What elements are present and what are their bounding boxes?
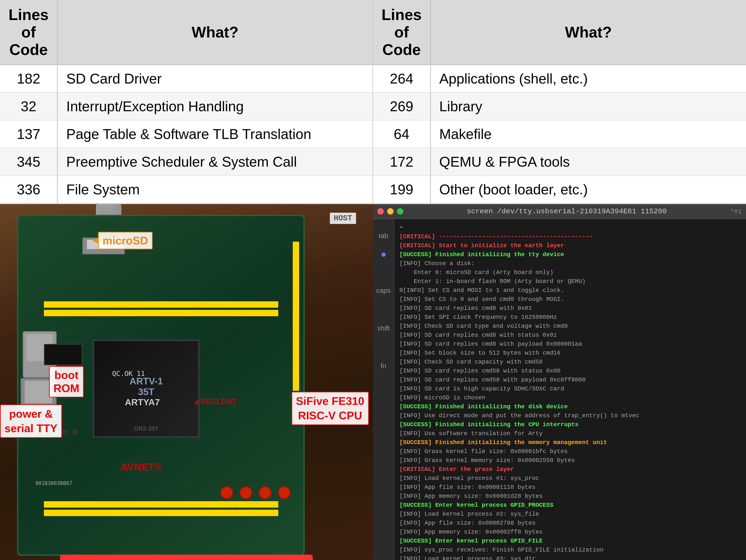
loc-cell: 182 <box>0 65 58 93</box>
terminal-line: [INFO] Use software translation for Arty <box>400 429 741 438</box>
board-section: HOST <box>0 204 373 560</box>
what-cell: Interrupt/Exception Handling <box>58 92 372 120</box>
loc-cell: 32 <box>0 92 58 120</box>
terminal-line: [SUCCESS] Finished initializing the memo… <box>400 438 741 447</box>
terminal-line: [CRITICAL] -----------------------------… <box>400 232 741 241</box>
cpu-annotation: SiFive FE310RISC-V CPU <box>291 392 369 425</box>
terminal-line: [SUCCESS] Enter kernel process GPID_PROC… <box>400 501 741 510</box>
table-row: 336File System <box>0 175 372 203</box>
host-label: HOST <box>330 213 356 224</box>
terminal-line: [INFO] Set SPI clock frequency to 162500… <box>400 313 741 322</box>
terminal-line: [SUCCESS] Enter kernel process GPID_FILE <box>400 537 741 545</box>
left-table: Lines of Code What? 182SD Card Driver32I… <box>0 0 373 203</box>
terminal-line: [SUCCESS] Finished initializing the disk… <box>400 402 741 411</box>
what-cell: QEMU & FPGA tools <box>430 148 746 175</box>
terminal-shortcut: ⌃⌘1 <box>730 207 742 216</box>
terminal-line: [INFO] Set CS to 0 and send cmd0 through… <box>400 295 741 304</box>
what-cell: SD Card Driver <box>58 65 372 93</box>
header-pins-top <box>44 301 278 308</box>
terminal-line: Enter 1: in-board flash ROM (Arty board … <box>400 277 741 286</box>
btn1 <box>220 486 233 499</box>
digilent-label: ▲DIGILENT. <box>193 397 238 406</box>
table-row: 137Page Table & Software TLB Translation <box>0 120 372 148</box>
loc-cell: 64 <box>373 120 431 148</box>
bottom-section: HOST <box>0 204 746 560</box>
terminal-titlebar: screen /dev/tty.usbserial-210319A394E61 … <box>373 204 746 219</box>
terminal-line: [CRITICAL] Enter the grass layer <box>400 465 741 474</box>
table-row: 264Applications (shell, etc.) <box>373 65 746 93</box>
table-section: Lines of Code What? 182SD Card Driver32I… <box>0 0 746 204</box>
terminal-line: [INFO] Use direct mode and put the addre… <box>400 411 741 420</box>
table-row: 32Interrupt/Exception Handling <box>0 92 372 120</box>
terminal-line: [SUCCESS] Finished initializing the tty … <box>400 250 741 259</box>
right-col1-header: Lines of Code <box>373 0 431 65</box>
board-background: HOST <box>0 204 373 560</box>
header-pins-bottom2 <box>44 510 278 516</box>
terminal-line: [INFO] SD card replies cmd8 with status … <box>400 331 741 340</box>
what-cell: Library <box>430 92 746 120</box>
terminal-line: [INFO] SD card replies cmd58 with payloa… <box>400 375 741 385</box>
terminal-line: [SUCCESS] Finished initializing the CPU … <box>400 420 741 429</box>
loc-cell: 137 <box>0 120 58 148</box>
table-row: 64Makefile <box>373 120 746 148</box>
terminal-line: [INFO] Load kernel process #1: sys_proc <box>400 474 741 483</box>
close-button[interactable] <box>377 208 384 215</box>
what-cell: Applications (shell, etc.) <box>430 65 746 93</box>
terminal-line: [INFO] Choose a disk: <box>400 259 741 268</box>
btn4 <box>278 486 291 499</box>
terminal-line: [INFO] App file size: 0x00001118 bytes <box>400 483 741 492</box>
tab-key: tab <box>379 232 388 240</box>
table-row: 199Other (boot loader, etc.) <box>373 175 746 203</box>
fpga-chip: ARTV-135T GR2-35T <box>93 340 199 438</box>
terminal-line: [INFO] SD card is high capacity SDHC/SDX… <box>400 385 741 393</box>
what-cell: Page Table & Software TLB Translation <box>58 120 372 148</box>
minimize-button[interactable] <box>387 208 394 215</box>
buttons-row <box>220 486 291 499</box>
table-row: 345Preemptive Scheduler & System Call <box>0 148 372 175</box>
left-col1-header: Lines of Code <box>0 0 58 65</box>
caps-indicator <box>381 253 386 257</box>
terminal-line: [INFO] Grass kernel file size: 0x00001bf… <box>400 447 741 456</box>
terminal-line: [INFO] App memory size: 0x00001d28 bytes <box>400 492 741 501</box>
serial-number: 001830038067 <box>35 480 72 486</box>
terminal-line: [CRITICAL] Start to initialize the earth… <box>400 241 741 250</box>
table-row: 172QEMU & FPGA tools <box>373 148 746 175</box>
qc-label: QC.OK 11 <box>112 369 145 377</box>
boot-rom-annotation: bootROM <box>49 366 84 397</box>
keyboard-strip: tab caps shift fn <box>373 219 394 560</box>
maximize-button[interactable] <box>397 208 403 215</box>
terminal-output: ~[CRITICAL] ----------------------------… <box>394 219 746 560</box>
what-cell: Other (boot loader, etc.) <box>430 175 746 203</box>
terminal-line: ~ <box>400 223 741 232</box>
header-pins-bottom <box>44 501 278 508</box>
btn2 <box>239 486 252 499</box>
loc-cell: 336 <box>0 175 58 203</box>
terminal-line: 0[INFO] Set CS and MOSI to 1 and toggle … <box>400 286 741 295</box>
fn-key: fn <box>380 362 386 370</box>
terminal-line: [INFO] Check SD card capacity with cmd58 <box>400 358 741 366</box>
arty-label: ARTYA7 <box>125 397 160 408</box>
loc-cell: 172 <box>373 148 431 175</box>
terminal-line: [INFO] SD card replies cmd58 with status… <box>400 366 741 375</box>
left-col2-header: What? <box>58 0 372 65</box>
loc-cell: 199 <box>373 175 431 203</box>
what-cell: Preemptive Scheduler & System Call <box>58 148 372 175</box>
terminal-line: [INFO] sys_proc receives: Finish GPID_FI… <box>400 545 741 555</box>
avnet-label: AVNET® <box>121 461 162 473</box>
power-serial-annotation: power &serial TTY <box>0 404 62 438</box>
table-row: 269Library <box>373 92 746 120</box>
loc-cell: 345 <box>0 148 58 175</box>
terminal-line: [INFO] Grass kernel memory size: 0x00002… <box>400 456 741 465</box>
table-row: 182SD Card Driver <box>0 65 372 93</box>
what-cell: Makefile <box>430 120 746 148</box>
right-col2-header: What? <box>430 0 746 65</box>
terminal-line: [INFO] Load kernel process #3: sys_dir <box>400 555 741 560</box>
what-cell: File System <box>58 175 372 203</box>
loc-cell: 264 <box>373 65 431 93</box>
terminal-line: [INFO] Load kernel process #2: sys_file <box>400 510 741 519</box>
shift-key: shift <box>377 324 390 332</box>
btn3 <box>259 486 271 499</box>
terminal-line: [INFO] SD card replies cmd8 with payload… <box>400 340 741 348</box>
terminal-line: [INFO] Set block size to 512 bytes with … <box>400 348 741 358</box>
terminal-line: [INFO] App file size: 0x00002798 bytes <box>400 519 741 528</box>
